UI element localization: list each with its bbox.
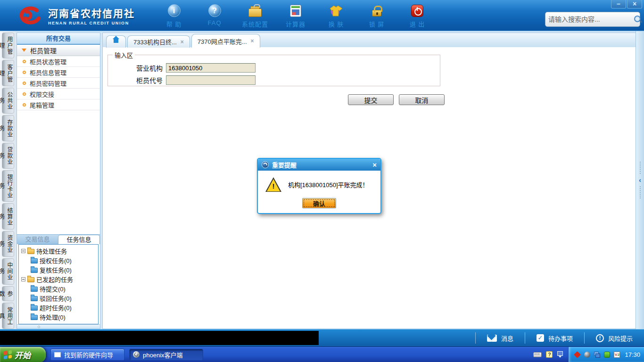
tree-node-initiated-tasks[interactable]: 已发起的任务	[21, 274, 98, 284]
folder-icon	[31, 296, 38, 301]
tab-task-info[interactable]: 任务信息	[58, 235, 100, 244]
sidebar-group-teller-mgmt[interactable]: 柜员管理	[17, 45, 100, 56]
tray-red-icon[interactable]	[574, 351, 581, 358]
minimize-button[interactable]: –	[611, 0, 626, 8]
vertical-tab-parameters[interactable]: 参数	[2, 286, 14, 302]
show-desktop-icon[interactable]	[557, 351, 563, 358]
tray-globe-icon[interactable]	[584, 352, 590, 358]
toolbar-lock-screen-button[interactable]: 锁 屏	[363, 3, 390, 28]
folder-icon	[31, 258, 38, 263]
toolbar-faq-button[interactable]: ? FAQ	[201, 3, 228, 28]
tray-network-icon[interactable]	[594, 352, 600, 358]
vertical-tab-intermediate-business[interactable]: 中间业务	[2, 258, 14, 284]
search-input[interactable]	[548, 16, 634, 23]
help-bubble-icon[interactable]: ?	[546, 351, 553, 358]
tab-7370[interactable]: 7370网点平账完... ×	[191, 34, 260, 48]
sidebar-item-teller-status[interactable]: 柜员状态管理	[17, 56, 100, 67]
keyboard-icon[interactable]	[533, 352, 542, 357]
status-todos-button[interactable]: ✓ 待办事项	[525, 332, 584, 344]
toolbar-calculator-button[interactable]: 计算器	[282, 3, 309, 28]
tree-node-rejected-tasks[interactable]: 驳回任务(0)	[21, 293, 98, 303]
status-risk-label: 风险提示	[608, 334, 633, 343]
search-box	[545, 12, 640, 27]
tab-close-icon[interactable]: ×	[181, 39, 184, 45]
sidebar-item-teller-password[interactable]: 柜员密码管理	[17, 78, 100, 89]
tree-node-to-process[interactable]: 待处理(0)	[21, 312, 98, 321]
tab-label: 7370网点平账完...	[198, 37, 247, 46]
risk-alert-icon: !	[596, 334, 604, 342]
tray-v2-icon[interactable]: V2	[614, 352, 620, 358]
category-tab-strip: 用户管理 客户管理 公共业务 存款业务 贷款业务 银行卡业务 结算业务 资金业务…	[0, 31, 16, 329]
dialog-close-icon[interactable]: ×	[372, 161, 377, 169]
tray-green-icon[interactable]	[604, 352, 610, 358]
sidebar-group-label: 柜员管理	[30, 46, 57, 55]
brand-subtitle: HENAN RURAL CREDIT UNION	[48, 21, 135, 25]
tab-transaction-info[interactable]: 交易信息	[17, 235, 58, 244]
sidebar-item-teller-info[interactable]: 柜员信息管理	[17, 67, 100, 78]
taskbar-task-hardware-wizard[interactable]: 找到新的硬件向导	[50, 349, 124, 361]
toolbar-calculator-label: 计算器	[282, 19, 309, 28]
vertical-tab-customer-mgmt[interactable]: 客户管理	[2, 60, 14, 86]
vertical-tab-user-mgmt[interactable]: 用户管理	[2, 33, 14, 58]
teller-code-field-input[interactable]	[166, 75, 256, 85]
tree-node-timeout-tasks[interactable]: 超时任务(0)	[21, 303, 98, 312]
status-todos-label: 待办事项	[548, 334, 573, 343]
tab-7333[interactable]: 7333机构日终... ×	[127, 35, 190, 48]
toolbar-lock-screen-label: 锁 屏	[363, 19, 390, 28]
confirm-button[interactable]: 确认	[302, 198, 336, 208]
app-header: 河南省农村信用社 HENAN RURAL CREDIT UNION i 帮 助 …	[0, 0, 644, 31]
start-button[interactable]: 开始	[0, 347, 46, 362]
tab-close-icon[interactable]: ×	[251, 38, 254, 44]
collapse-panel-icon[interactable]: ‹	[639, 176, 641, 184]
collapse-icon[interactable]	[21, 277, 25, 281]
home-icon	[112, 39, 120, 45]
collapse-icon[interactable]	[21, 249, 25, 253]
question-icon: ?	[208, 4, 221, 17]
vertical-tab-bankcard-business[interactable]: 银行卡业务	[2, 170, 14, 202]
vertical-tab-capital-business[interactable]: 资金业务	[2, 231, 14, 257]
sidebar-item-label: 柜员状态管理	[30, 57, 66, 66]
sidebar-item-permission-handover[interactable]: 权限交接	[17, 89, 100, 99]
vertical-tab-settlement-business[interactable]: 结算业务	[2, 203, 14, 229]
sidebar-item-label: 柜员密码管理	[30, 79, 66, 88]
toolbar-skin-label: 换 肤	[323, 19, 349, 28]
tree-node-auth-tasks[interactable]: 授权任务(0)	[21, 255, 98, 265]
sidebar-resize-strip[interactable]	[17, 324, 100, 329]
close-button[interactable]: ×	[627, 0, 642, 8]
tree-node-pending-tasks[interactable]: 待处理任务	[21, 246, 98, 255]
task-tree: 待处理任务 授权任务(0) 复核任务(0) 已发起的任务 待提交(	[18, 244, 99, 324]
globe-icon	[133, 351, 140, 358]
submit-button[interactable]: 提交	[348, 94, 394, 105]
tab-home[interactable]	[106, 35, 126, 48]
taskbar-task-label: 找到新的硬件向导	[64, 350, 113, 359]
document-tab-bar: 7333机构日终... × 7370网点平账完... ×	[103, 33, 636, 48]
sidebar-item-cashbox-mgmt[interactable]: 尾箱管理	[17, 99, 100, 110]
tree-node-review-tasks[interactable]: 复核任务(0)	[21, 265, 98, 274]
search-icon[interactable]	[634, 15, 637, 24]
info-tabs: 交易信息 任务信息	[17, 234, 100, 244]
toolbar-skin-button[interactable]: 换 肤	[323, 3, 349, 28]
vertical-tab-deposit-business[interactable]: 存款业务	[2, 115, 14, 141]
vertical-tab-public-business[interactable]: 公共业务	[2, 88, 14, 114]
status-messages-label: 消息	[501, 334, 513, 343]
branch-field-input[interactable]	[166, 63, 256, 73]
tree-node-to-submit[interactable]: 待提交(0)	[21, 284, 98, 293]
toolbar-exit-button[interactable]: 退 出	[404, 3, 430, 28]
sidebar-spacer	[17, 110, 100, 234]
bullet-icon	[23, 71, 26, 74]
important-reminder-dialog: 重要提醒 × ! 机构[1638001050]平账完成！ 确认	[257, 158, 381, 214]
bullet-icon	[23, 60, 26, 63]
taskbar-task-phoenix-client[interactable]: phoenix客户端	[129, 349, 203, 361]
toolbar-help-button[interactable]: i 帮 助	[161, 3, 187, 28]
vertical-tab-loan-business[interactable]: 贷款业务	[2, 143, 14, 169]
tree-node-label: 待处理(0)	[40, 313, 66, 321]
cancel-button[interactable]: 取消	[399, 94, 445, 105]
vertical-tab-common-tools[interactable]: 常用工具	[2, 303, 14, 329]
tree-node-label: 超时任务(0)	[40, 303, 72, 312]
os-taskbar: 开始 找到新的硬件向导 phoenix客户端 ? V2 17:30	[0, 346, 644, 362]
dialog-title-bar[interactable]: 重要提醒 ×	[258, 159, 380, 171]
status-risk-button[interactable]: ! 风险提示	[584, 332, 644, 344]
toolbar-system-config-button[interactable]: 系统配置	[242, 3, 268, 28]
status-messages-button[interactable]: 消息	[475, 332, 525, 344]
info-icon: i	[168, 4, 181, 17]
